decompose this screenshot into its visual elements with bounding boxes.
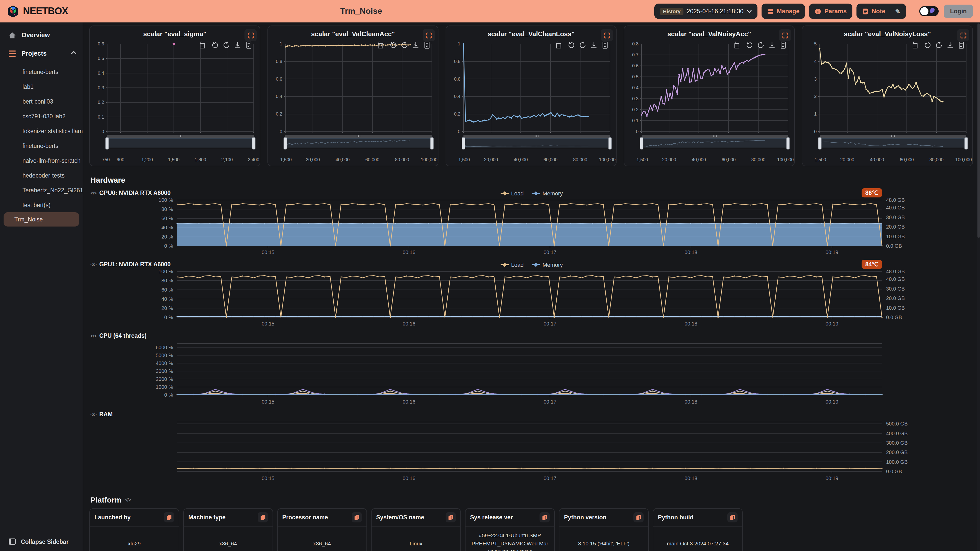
data-view-icon[interactable]: [780, 41, 787, 49]
datazoom-handle[interactable]: [252, 138, 255, 149]
refresh-icon[interactable]: [757, 41, 765, 49]
datazoom-handle[interactable]: [462, 138, 465, 149]
sidebar-item-project[interactable]: hedecoder-tests: [0, 168, 83, 183]
datazoom-handle[interactable]: [787, 138, 790, 149]
datazoom-selection[interactable]: [285, 139, 432, 148]
datazoom-handle[interactable]: [818, 138, 821, 149]
expand-button[interactable]: [423, 29, 435, 41]
refresh-icon[interactable]: [935, 41, 943, 49]
edit-pencil-icon[interactable]: ✎: [895, 7, 900, 15]
svg-text:00:16: 00:16: [403, 475, 415, 481]
sidebar-item-projects[interactable]: Projects: [0, 45, 83, 62]
legend-item-load[interactable]: Load: [501, 262, 524, 268]
copy-icon: [354, 514, 360, 520]
platform-card-label: Sys release ver: [470, 514, 513, 520]
svg-text:1,500: 1,500: [168, 157, 180, 162]
manage-button[interactable]: Manage: [761, 3, 805, 19]
sidebar-item-project[interactable]: csc791-030 lab2: [0, 109, 83, 124]
scalar-chart-canvas[interactable]: 00.10.20.30.40.50.60.70.81,50020,00040,0…: [624, 39, 794, 163]
copy-button[interactable]: [539, 512, 550, 522]
sidebar-item-project[interactable]: finetune-berts: [0, 64, 83, 79]
hardware-chart-canvas[interactable]: 500.0 GB400.0 GB300.0 GB200.0 GB100.0 GB…: [89, 419, 974, 486]
expand-button[interactable]: [957, 29, 969, 41]
sidebar-item-project[interactable]: lab1: [0, 79, 83, 94]
restore-icon[interactable]: [211, 41, 219, 49]
zoom-select-icon[interactable]: [200, 41, 208, 49]
scalar-chart-canvas[interactable]: 00.10.20.30.40.50.67509001,2001,5001,800…: [90, 39, 260, 163]
legend-item-memory[interactable]: Memory: [532, 190, 563, 197]
datazoom-handle[interactable]: [640, 138, 643, 149]
zoom-select-icon[interactable]: [556, 41, 564, 49]
scrollbar-thumb[interactable]: [977, 24, 980, 238]
chart-toolbar: [913, 41, 965, 49]
data-view-icon[interactable]: [245, 41, 253, 49]
datazoom-handle[interactable]: [106, 138, 109, 149]
svg-text:0.0 GB: 0.0 GB: [886, 243, 902, 249]
sidebar-item-project[interactable]: Trm_Noise: [3, 212, 79, 227]
datazoom-selection[interactable]: [107, 139, 254, 148]
datazoom-selection[interactable]: [463, 139, 610, 148]
legend-item-load[interactable]: Load: [501, 190, 524, 197]
data-view-icon[interactable]: [423, 41, 431, 49]
chart-toolbar: [556, 41, 609, 49]
svg-text:100,000: 100,000: [777, 157, 794, 162]
data-view-icon[interactable]: [601, 41, 609, 49]
scalar-chart-canvas[interactable]: 00.20.40.60.811,50020,00040,00060,00080,…: [446, 39, 616, 163]
restore-icon[interactable]: [390, 41, 397, 49]
datazoom-handle[interactable]: [608, 138, 611, 149]
expand-button[interactable]: [779, 29, 791, 41]
scalar-chart-canvas[interactable]: 00.20.40.60.811,50020,00040,00060,00080,…: [268, 39, 438, 163]
note-button[interactable]: Note ✎: [856, 3, 906, 19]
copy-button[interactable]: [633, 512, 644, 522]
data-view-icon[interactable]: [958, 41, 965, 49]
brand[interactable]: NEETBOX: [7, 5, 68, 17]
copy-button[interactable]: [164, 512, 174, 522]
hardware-chart-canvas[interactable]: 100 %80 %60 %40 %20 %0 %48.0 GB40.0 GB30…: [89, 197, 974, 258]
datazoom-handle[interactable]: [430, 138, 433, 149]
collapse-sidebar-button[interactable]: Collapse Sidebar: [9, 538, 68, 545]
hardware-chart-canvas[interactable]: 100 %80 %60 %40 %20 %0 %48.0 GB40.0 GB30…: [89, 269, 974, 329]
page-scrollbar[interactable]: [977, 22, 980, 551]
sidebar-item-project[interactable]: Terahertz_No22_Gl261_gl...: [0, 183, 83, 197]
download-icon[interactable]: [412, 41, 420, 49]
zoom-select-icon[interactable]: [378, 41, 386, 49]
sidebar-item-project[interactable]: tokenizer statistics llama...: [0, 124, 83, 138]
expand-button[interactable]: [245, 29, 257, 41]
copy-button[interactable]: [445, 512, 456, 522]
sidebar-item-project[interactable]: test bert(s): [0, 197, 83, 212]
sidebar-item-project[interactable]: naive-llm-from-scratch: [0, 153, 83, 168]
datazoom-handle[interactable]: [284, 138, 287, 149]
theme-toggle[interactable]: [920, 6, 939, 16]
refresh-icon[interactable]: [401, 41, 408, 49]
expand-button[interactable]: [601, 29, 613, 41]
scalar-chart-canvas[interactable]: 0123451,50020,00040,00060,00080,000100,0…: [802, 39, 972, 163]
platform-card-header: Machine type: [184, 509, 272, 526]
sidebar-item-project[interactable]: finetune-berts: [0, 138, 83, 153]
zoom-select-icon[interactable]: [735, 41, 742, 49]
restore-icon[interactable]: [568, 41, 575, 49]
datazoom-selection[interactable]: [820, 139, 966, 148]
hardware-chart-canvas[interactable]: 6000 %5000 %4000 %3000 %2000 %1000 %0 %0…: [89, 340, 974, 408]
copy-button[interactable]: [352, 512, 362, 522]
history-dropdown[interactable]: History 2025-04-16 21:18:30: [654, 3, 757, 19]
download-icon[interactable]: [946, 41, 954, 49]
copy-button[interactable]: [727, 512, 738, 522]
legend-item-memory[interactable]: Memory: [532, 262, 563, 268]
zoom-select-icon[interactable]: [913, 41, 920, 49]
datazoom-handle[interactable]: [965, 138, 968, 149]
refresh-icon[interactable]: [579, 41, 587, 49]
login-button[interactable]: Login: [944, 5, 973, 18]
refresh-icon[interactable]: [223, 41, 230, 49]
params-button[interactable]: Params: [809, 3, 853, 19]
restore-icon[interactable]: [746, 41, 753, 49]
download-icon[interactable]: [590, 41, 598, 49]
download-icon[interactable]: [768, 41, 776, 49]
copy-button[interactable]: [258, 512, 268, 522]
copy-icon: [542, 514, 548, 520]
download-icon[interactable]: [234, 41, 242, 49]
svg-text:0 %: 0 %: [164, 243, 173, 249]
datazoom-selection[interactable]: [641, 139, 788, 148]
sidebar-item-overview[interactable]: Overview: [0, 27, 83, 44]
restore-icon[interactable]: [924, 41, 932, 49]
sidebar-item-project[interactable]: bert-conll03: [0, 94, 83, 109]
